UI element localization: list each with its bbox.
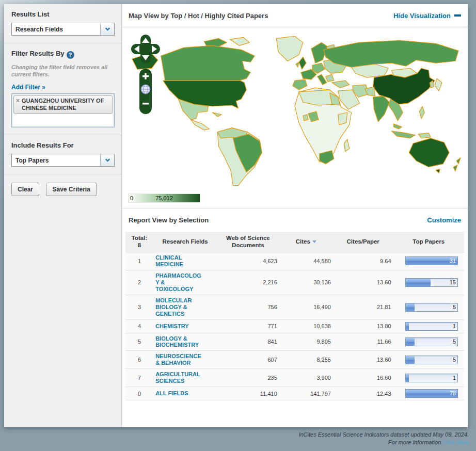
active-filters-box[interactable]: × GUANGZHOU UNIVERSITY OF CHINESE MEDICI… (11, 93, 115, 127)
cites-per-paper-cell: 16.60 (333, 369, 393, 387)
research-field-link[interactable]: ALL FIELDS (155, 390, 203, 397)
sidebar: Results List Research Fields Filter Resu… (4, 4, 122, 427)
cites-cell: 141,797 (279, 387, 333, 400)
table-row: 2PHARMACOLOGY & TOXICOLOGY2,21630,13613.… (125, 270, 464, 295)
field-cell: PHARMACOLOGY & TOXICOLOGY (153, 270, 217, 295)
table-row: 5BIOLOGY & BIOCHEMISTRY8419,80511.665 (125, 333, 464, 351)
research-field-link[interactable]: BIOLOGY & BIOCHEMISTRY (155, 335, 203, 349)
top-papers-value: 5 (453, 339, 456, 345)
rank-cell: 5 (125, 333, 153, 351)
top-papers-value: 1 (453, 375, 456, 381)
table-row: 6NEUROSCIENCE & BEHAVIOR6078,25513.605 (125, 351, 464, 369)
column-cites-sorted[interactable]: Cites (279, 232, 333, 252)
wos-documents-cell: 235 (217, 369, 279, 387)
cites-per-paper-cell: 13.80 (333, 319, 393, 333)
results-list-title: Results List (11, 10, 114, 18)
rank-cell: 4 (125, 319, 153, 333)
include-results-title: Include Results For (11, 141, 114, 149)
column-research-fields[interactable]: Research Fields (153, 232, 217, 252)
wos-documents-cell: 607 (217, 351, 279, 369)
report-table: Total: 8 Research Fields Web of Science … (125, 232, 464, 400)
map-controls[interactable] (128, 31, 164, 118)
sort-desc-icon (312, 240, 316, 243)
top-papers-cell: 15 (393, 270, 464, 295)
top-papers-bar[interactable]: 5 (405, 337, 458, 346)
remove-filter-icon[interactable]: × (16, 98, 20, 104)
content-panel: Results List Research Fields Filter Resu… (4, 4, 468, 427)
filter-title: Filter Results By? (11, 50, 114, 59)
rank-cell: 2 (125, 270, 153, 295)
research-field-link[interactable]: CHEMISTRY (155, 323, 203, 330)
map-legend: 0 75,012 (122, 191, 468, 208)
cites-per-paper-cell: 21.81 (333, 295, 393, 319)
dropdown-button[interactable] (100, 23, 114, 35)
zoom-out-icon (142, 103, 149, 105)
globe-icon (141, 85, 150, 94)
report-title: Report View by Selection (129, 216, 209, 224)
research-field-link[interactable]: CLINICAL MEDICINE (155, 254, 203, 268)
research-field-link[interactable]: AGRICULTURAL SCIENCES (155, 371, 203, 384)
hide-visualization-link[interactable]: Hide Visualization (393, 12, 461, 20)
footer-info-line: For more information Click Here (298, 439, 469, 446)
world-choropleth-map[interactable] (122, 27, 468, 191)
footer-info-prefix: For more information (388, 439, 441, 445)
top-papers-value: 31 (450, 257, 456, 264)
field-cell: MOLECULAR BIOLOGY & GENETICS (153, 295, 217, 319)
total-header: Total: 8 (125, 232, 153, 252)
dropdown-button[interactable] (100, 154, 114, 166)
help-icon[interactable]: ? (67, 51, 74, 59)
cites-per-paper-cell: 13.60 (333, 351, 393, 369)
top-papers-bar[interactable]: 31 (405, 256, 458, 265)
rank-cell: 1 (125, 252, 153, 270)
legend-gradient-bar: 0 75,012 (128, 194, 200, 203)
rank-cell: 0 (125, 387, 153, 400)
wos-documents-cell: 11,410 (217, 387, 279, 400)
research-field-link[interactable]: NEUROSCIENCE & BEHAVIOR (155, 353, 203, 366)
click-here-link[interactable]: Click Here (442, 439, 469, 445)
bar-fill (406, 338, 415, 346)
results-list-dropdown[interactable]: Research Fields (11, 23, 115, 36)
bar-fill (406, 303, 415, 311)
top-papers-cell: 31 (393, 252, 464, 270)
table-header-row: Total: 8 Research Fields Web of Science … (125, 232, 464, 252)
hide-visualization-label: Hide Visualization (393, 12, 451, 20)
table-row: 3MOLECULAR BIOLOGY & GENETICS75616,49021… (125, 295, 464, 319)
research-field-link[interactable]: PHARMACOLOGY & TOXICOLOGY (155, 272, 203, 293)
chevron-down-icon (105, 26, 110, 31)
table-row: 1CLINICAL MEDICINE4,62344,5809.6431 (125, 252, 464, 270)
bar-fill (406, 279, 431, 286)
column-wos-documents[interactable]: Web of Science Documents (217, 232, 279, 252)
top-papers-bar[interactable]: 78 (405, 389, 458, 398)
top-papers-value: 5 (453, 304, 456, 310)
wos-documents-cell: 2,216 (217, 270, 279, 295)
cites-per-paper-cell: 11.66 (333, 333, 393, 351)
top-papers-bar[interactable]: 1 (405, 322, 458, 331)
filter-tag-label: GUANGZHOU UNIVERSITY OF CHINESE MEDICINE (22, 98, 109, 112)
column-cites-per-paper[interactable]: Cites/Paper (333, 232, 393, 252)
total-value: 8 (128, 241, 151, 249)
top-papers-bar[interactable]: 5 (405, 356, 458, 364)
top-papers-cell: 5 (393, 351, 464, 369)
top-papers-bar[interactable]: 15 (405, 278, 458, 287)
save-criteria-button[interactable]: Save Criteria (46, 183, 96, 196)
research-field-link[interactable]: MOLECULAR BIOLOGY & GENETICS (155, 297, 203, 317)
top-papers-bar[interactable]: 5 (405, 303, 458, 312)
bar-fill (406, 323, 409, 330)
rank-cell: 3 (125, 295, 153, 319)
bar-fill (406, 356, 415, 364)
filter-title-text: Filter Results By (11, 50, 65, 57)
top-papers-bar[interactable]: 1 (405, 374, 458, 382)
top-papers-value: 1 (453, 323, 456, 329)
include-results-dropdown[interactable]: Top Papers (11, 154, 115, 167)
add-filter-link[interactable]: Add Filter » (11, 84, 45, 91)
map-canvas[interactable] (122, 27, 468, 191)
cites-cell: 10,638 (279, 319, 333, 333)
filter-tag: × GUANGZHOU UNIVERSITY OF CHINESE MEDICI… (13, 95, 113, 114)
top-papers-value: 5 (453, 357, 456, 363)
field-cell: NEUROSCIENCE & BEHAVIOR (153, 351, 217, 369)
main-area: Map View by Top / Hot / Highly Cited Pap… (122, 4, 468, 427)
customize-link[interactable]: Customize (427, 216, 461, 224)
column-top-papers[interactable]: Top Papers (393, 232, 464, 252)
pan-control (131, 35, 160, 63)
clear-button[interactable]: Clear (11, 183, 39, 196)
